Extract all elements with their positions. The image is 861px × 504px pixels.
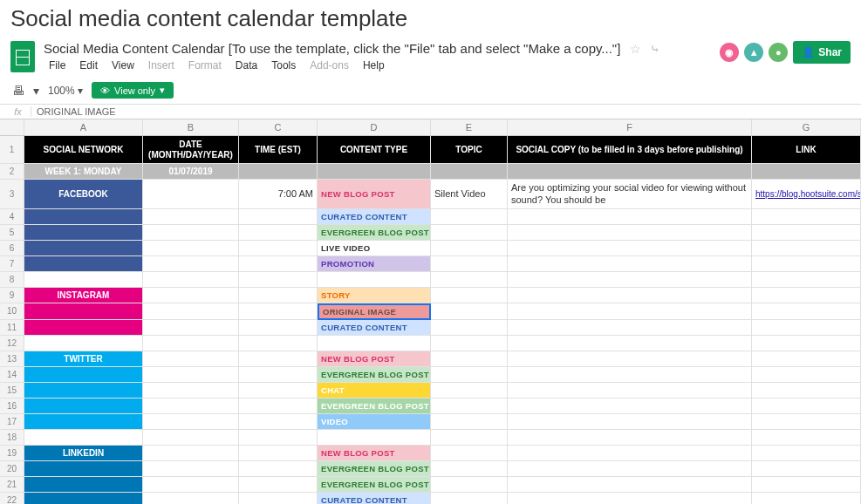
date-cell[interactable] <box>143 209 239 225</box>
copy-cell[interactable]: Are you optimizing your social video for… <box>508 180 752 209</box>
blank-cell[interactable] <box>239 430 318 446</box>
link-cell[interactable] <box>752 398 861 414</box>
network-cell[interactable] <box>24 225 143 241</box>
rownum-1[interactable]: 1 <box>0 136 24 164</box>
blank-cell[interactable] <box>24 336 143 351</box>
time-cell[interactable] <box>239 288 318 303</box>
time-cell[interactable] <box>239 256 318 272</box>
menu-format[interactable]: Format <box>183 58 227 73</box>
date-cell[interactable] <box>143 256 239 272</box>
header-A[interactable]: SOCIAL NETWORK <box>24 136 143 164</box>
blank-cell[interactable] <box>431 272 508 288</box>
topic-cell[interactable] <box>431 256 508 272</box>
date-cell[interactable] <box>143 446 239 461</box>
day-empty[interactable] <box>318 164 431 180</box>
copy-cell[interactable] <box>508 477 752 493</box>
copy-cell[interactable] <box>508 209 752 225</box>
filter-icon[interactable]: ▾ <box>33 84 39 98</box>
rownum-14[interactable]: 14 <box>0 367 24 383</box>
header-B[interactable]: DATE (MONTH/DAY/YEAR) <box>143 136 239 164</box>
time-cell[interactable] <box>239 241 318 256</box>
menu-tools[interactable]: Tools <box>266 58 301 73</box>
col-header-C[interactable]: C <box>239 119 318 135</box>
date-cell[interactable] <box>143 303 239 320</box>
link-cell[interactable] <box>752 414 861 430</box>
rownum-3[interactable]: 3 <box>0 180 24 209</box>
topic-cell[interactable] <box>431 288 508 303</box>
time-cell[interactable] <box>239 493 318 504</box>
network-cell[interactable] <box>24 477 143 493</box>
rownum-15[interactable]: 15 <box>0 383 24 398</box>
link-cell[interactable] <box>752 256 861 272</box>
copy-cell[interactable] <box>508 351 752 367</box>
content-type-cell[interactable]: EVERGREEN BLOG POST <box>318 225 431 241</box>
topic-cell[interactable] <box>431 209 508 225</box>
date-cell[interactable] <box>143 241 239 256</box>
link-cell[interactable] <box>752 351 861 367</box>
rownum-9[interactable]: 9 <box>0 288 24 303</box>
blank-cell[interactable] <box>508 272 752 288</box>
network-cell[interactable] <box>24 303 143 320</box>
rownum-21[interactable]: 21 <box>0 477 24 493</box>
folder-icon[interactable]: ⤷ <box>650 42 660 56</box>
time-cell[interactable] <box>239 303 318 320</box>
link-cell[interactable] <box>752 367 861 383</box>
rownum-5[interactable]: 5 <box>0 225 24 241</box>
date-cell[interactable] <box>143 383 239 398</box>
network-cell[interactable] <box>24 320 143 336</box>
menu-edit[interactable]: Edit <box>74 58 103 73</box>
star-icon[interactable]: ☆ <box>630 42 641 56</box>
blank-cell[interactable] <box>431 336 508 351</box>
link-cell[interactable] <box>752 241 861 256</box>
copy-cell[interactable] <box>508 256 752 272</box>
copy-cell[interactable] <box>508 398 752 414</box>
topic-cell[interactable] <box>431 225 508 241</box>
content-type-cell[interactable]: EVERGREEN BLOG POST <box>318 477 431 493</box>
link-cell[interactable] <box>752 446 861 461</box>
content-type-cell[interactable]: STORY <box>318 288 431 303</box>
time-cell[interactable]: 7:00 AM <box>239 180 318 209</box>
content-type-cell[interactable]: PROMOTION <box>318 256 431 272</box>
network-cell[interactable]: FACEBOOK <box>24 180 143 209</box>
avatar-2[interactable]: ▲ <box>744 43 763 62</box>
blank-cell[interactable] <box>143 336 239 351</box>
blank-cell[interactable] <box>318 272 431 288</box>
day-empty[interactable] <box>239 164 318 180</box>
date-cell[interactable] <box>143 320 239 336</box>
col-header-E[interactable]: E <box>431 119 508 135</box>
network-cell[interactable] <box>24 209 143 225</box>
blank-cell[interactable] <box>143 272 239 288</box>
date-cell[interactable] <box>143 493 239 504</box>
avatar-1[interactable]: ◉ <box>720 43 739 62</box>
rownum-12[interactable]: 12 <box>0 336 24 351</box>
rownum-4[interactable]: 4 <box>0 209 24 225</box>
time-cell[interactable] <box>239 446 318 461</box>
network-cell[interactable]: INSTAGRAM <box>24 288 143 303</box>
rownum-18[interactable]: 18 <box>0 430 24 446</box>
network-cell[interactable]: LINKEDIN <box>24 446 143 461</box>
blank-cell[interactable] <box>239 336 318 351</box>
link-cell[interactable] <box>752 461 861 477</box>
rownum-8[interactable]: 8 <box>0 272 24 288</box>
network-cell[interactable] <box>24 367 143 383</box>
copy-cell[interactable] <box>508 320 752 336</box>
col-header-B[interactable]: B <box>143 119 239 135</box>
col-header-rownum[interactable] <box>0 119 24 135</box>
doc-title[interactable]: Social Media Content Calendar [To use th… <box>44 41 720 58</box>
date-cell[interactable] <box>143 288 239 303</box>
topic-cell[interactable] <box>431 414 508 430</box>
link-cell[interactable] <box>752 383 861 398</box>
rownum-16[interactable]: 16 <box>0 398 24 414</box>
menu-add-ons[interactable]: Add-ons <box>304 58 354 73</box>
date-cell[interactable] <box>143 414 239 430</box>
header-F[interactable]: SOCIAL COPY (to be filled in 3 days befo… <box>508 136 752 164</box>
date-cell[interactable] <box>143 367 239 383</box>
rownum-2[interactable]: 2 <box>0 164 24 180</box>
col-header-G[interactable]: G <box>752 119 861 135</box>
content-type-cell[interactable]: CHAT <box>318 383 431 398</box>
content-type-cell[interactable]: NEW BLOG POST <box>318 180 431 209</box>
link-cell[interactable]: https://blog.hootsuite.com/silent <box>752 180 861 209</box>
rownum-20[interactable]: 20 <box>0 461 24 477</box>
col-header-A[interactable]: A <box>24 119 143 135</box>
topic-cell[interactable] <box>431 461 508 477</box>
